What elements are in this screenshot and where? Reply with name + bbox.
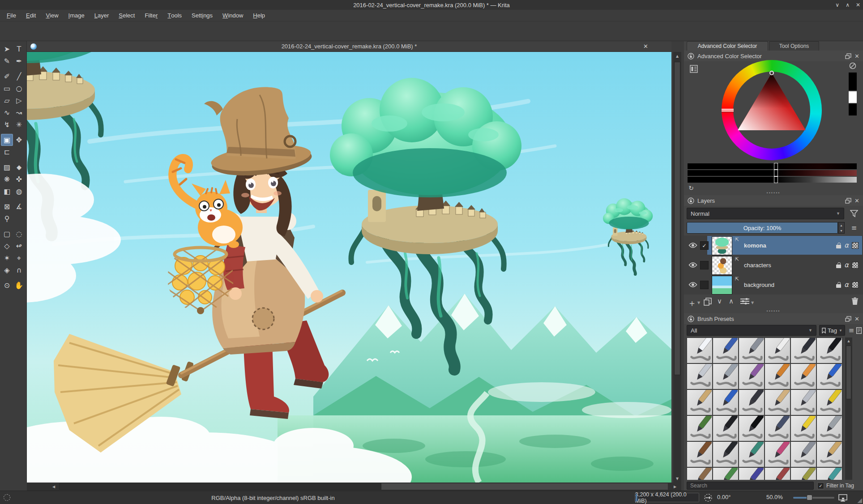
presets-details-icon[interactable] [856,326,862,334]
brush-preset-26[interactable] [713,441,739,467]
layer-thumbnail[interactable] [712,276,732,295]
minimize-button[interactable]: ∨ [835,2,839,8]
zoom-slider[interactable] [793,497,834,499]
color-selector-settings-icon[interactable] [689,64,698,73]
canvas[interactable] [27,52,671,483]
canvas-rotation-icon[interactable] [704,493,713,502]
polygon-tool[interactable]: ▱ [1,94,13,107]
move-layer-down-button[interactable]: ∨ [717,297,722,305]
layer-inherit-alpha-icon[interactable] [852,282,859,288]
brush-preset-31[interactable] [687,467,713,480]
sv-cursor[interactable] [769,71,774,75]
resize-grip[interactable]: ◢ [857,496,862,504]
pan-tool[interactable]: ✋ [13,279,25,291]
smart-patch-tool[interactable]: ✜ [13,173,25,185]
float-docker-icon[interactable] [845,198,851,204]
scroll-left-arrow[interactable]: ◀ [50,483,57,491]
text-tool[interactable]: T [13,43,25,55]
layer-alpha-icon[interactable]: α [844,281,849,289]
enclose-fill-tool[interactable]: ◍ [13,185,25,197]
canvas-only-mode-icon[interactable] [838,493,848,502]
layer-active-checkbox[interactable] [700,261,709,269]
shade-strip-1[interactable] [688,163,857,169]
multibrush-tool[interactable]: ✳ [13,119,25,131]
menu-layer[interactable]: Layer [90,10,114,21]
vertical-scroll-thumb[interactable] [674,62,680,375]
magnetic-select-tool[interactable]: ∩ [13,264,25,276]
no-color-icon[interactable] [849,62,857,70]
brush-search-input[interactable]: Search [687,482,814,490]
layer-thumbnail[interactable] [712,236,732,255]
brush-preset-6[interactable] [816,337,842,363]
layer-opacity-slider[interactable]: Opacity: 100% [687,222,838,234]
brush-preset-2[interactable] [713,337,739,363]
zoom-slider-handle[interactable] [807,495,812,500]
fill-tool[interactable]: ◧ [1,185,13,197]
color-history-swatch[interactable] [849,104,857,115]
brush-preset-3[interactable] [739,337,765,363]
document-tab[interactable]: 2016-02-24_vertical-cover_remake.kra (20… [27,41,671,52]
bezier-select-tool[interactable]: ◈ [1,264,13,276]
freehand-brush-tool[interactable]: ✐ [1,70,13,82]
docker-resize-handle[interactable]: •••••• [684,191,863,195]
crop-tool[interactable]: ⊏ [1,146,13,158]
scroll-down-arrow[interactable]: ▼ [673,475,681,482]
layer-alpha-icon[interactable]: α [844,241,849,249]
layer-visibility-eye-icon[interactable] [688,242,697,248]
scroll-right-arrow[interactable]: ▶ [671,483,679,491]
brush-preset-23[interactable] [790,415,816,441]
filter-in-tag-checkbox[interactable]: ✓ Filter in Tag [817,482,854,490]
layer-lock-icon[interactable] [836,243,841,248]
edit-shapes-tool[interactable]: ✎ [1,55,13,67]
hue-cursor[interactable] [722,109,734,112]
move-tool[interactable]: ✥ [13,134,25,146]
canvas-horizontal-scrollbar[interactable]: ◀ ▶ [27,483,681,491]
tag-button[interactable]: Tag ▼ [819,325,845,336]
brush-preset-21[interactable] [739,415,765,441]
dynamic-brush-tool[interactable]: ↯ [1,119,13,131]
menu-edit[interactable]: Edit [21,10,41,21]
brush-preset-12[interactable] [816,363,842,389]
shade-strip-3[interactable] [688,177,857,183]
brush-preset-27[interactable] [739,441,765,467]
brush-preset-36[interactable] [816,467,842,480]
brush-preset-13[interactable] [687,389,713,415]
select-shapes-tool[interactable]: ➤ [1,43,13,55]
close-docker-icon[interactable]: ✕ [854,316,859,322]
menu-help[interactable]: Help [248,10,270,21]
menu-filter[interactable]: Filter [140,10,162,21]
add-layer-button[interactable]: ＋ [688,297,696,309]
brush-preset-28[interactable] [765,441,790,467]
horizontal-scroll-track[interactable] [381,483,668,490]
float-docker-icon[interactable] [845,53,851,59]
move-layer-up-button[interactable]: ∧ [729,297,734,305]
canvas-angle-value[interactable]: 0.00° [717,494,731,500]
layer-row-background[interactable]: ⇱backgroundα [685,275,862,294]
freehand-select-tool[interactable]: ↫ [13,240,25,252]
delete-layer-button[interactable] [851,297,859,305]
scroll-up-arrow[interactable]: ▲ [673,53,681,59]
bezier-curve-tool[interactable]: ∿ [1,107,13,119]
color-history-swatch[interactable] [849,73,857,90]
menu-settings[interactable]: Settings [187,10,218,21]
float-docker-icon[interactable] [845,316,851,322]
similar-color-select-tool[interactable]: ⌖ [13,252,25,264]
maximize-button[interactable]: ∧ [846,2,850,8]
calligraphy-tool[interactable]: ✒ [13,55,25,67]
close-docker-icon[interactable]: ✕ [854,53,859,60]
layer-properties-button[interactable] [740,298,749,305]
assistants-tool[interactable]: ⊠ [1,201,13,213]
line-tool[interactable]: ╱ [13,70,25,82]
menu-view[interactable]: View [41,10,63,21]
layer-visibility-eye-icon[interactable] [688,262,697,268]
transform-tool[interactable]: ▣ [1,134,13,146]
layer-lock-icon[interactable] [836,282,841,288]
layer-inherit-alpha-icon[interactable] [852,242,859,249]
layer-row-komona[interactable]: ✓⇱komonaα [685,236,862,255]
layer-row-characters[interactable]: ⇱charactersα [685,256,862,274]
close-window-button[interactable]: ✕ [856,2,860,8]
color-sampler-tool[interactable]: ⬥ [13,161,25,173]
docker-lock-icon[interactable] [688,53,694,60]
layer-active-checkbox[interactable]: ✓ [700,241,709,250]
menu-image[interactable]: Image [64,10,90,21]
